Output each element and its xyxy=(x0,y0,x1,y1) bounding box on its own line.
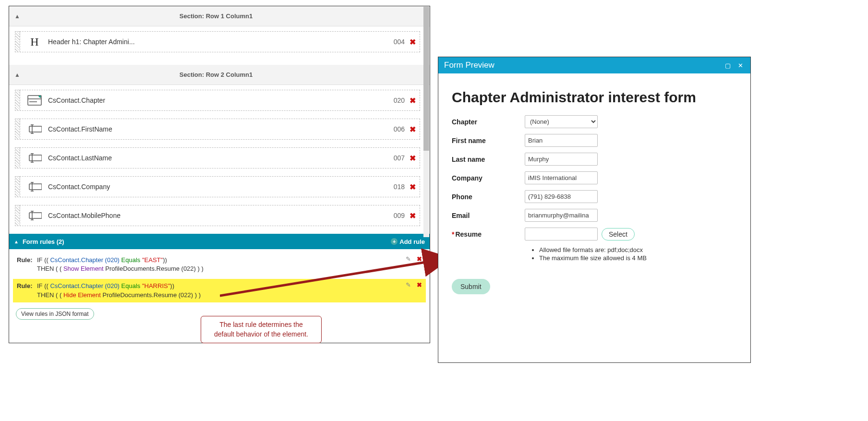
edit-rule-icon[interactable]: ✎ xyxy=(406,255,411,264)
designer-item[interactable]: CsContact.Chapter020✖ xyxy=(15,90,420,111)
email-field[interactable] xyxy=(525,209,598,222)
drag-handle-icon[interactable] xyxy=(15,90,20,111)
last-name-row: Last name xyxy=(452,153,737,166)
last-name-field[interactable] xyxy=(525,153,598,166)
text-input-icon xyxy=(27,153,42,163)
delete-icon[interactable]: ✖ xyxy=(410,37,416,47)
add-rule-button[interactable]: + Add rule xyxy=(391,238,425,245)
rules-body: Rule:IF (( CsContact.Chapter (020) Equal… xyxy=(9,249,430,325)
first-name-label: First name xyxy=(452,137,525,144)
rules-header-label: Form rules (2) xyxy=(23,238,64,245)
section-header-1[interactable]: ▲ Section: Row 1 Column1 xyxy=(9,6,430,26)
file-hint-size: The maximum file size allowed is 4 MB xyxy=(539,254,737,262)
delete-icon[interactable]: ✖ xyxy=(410,154,416,163)
edit-rule-icon[interactable]: ✎ xyxy=(406,281,411,289)
designer-item[interactable]: CsContact.MobilePhone009✖ xyxy=(15,205,420,226)
close-icon[interactable]: ✕ xyxy=(736,62,745,69)
item-number: 009 xyxy=(394,212,405,219)
drag-handle-icon[interactable] xyxy=(15,176,20,197)
rule-prefix: Rule: xyxy=(17,256,37,265)
last-name-label: Last name xyxy=(452,156,525,163)
company-label: Company xyxy=(452,174,525,182)
form-rule: Rule:IF (( CsContact.Chapter (020) Equal… xyxy=(13,253,426,276)
item-number: 006 xyxy=(394,125,405,133)
submit-button[interactable]: Submit xyxy=(452,279,490,294)
rule-expression: IF (( CsContact.Chapter (020) Equals "EA… xyxy=(37,256,204,273)
company-row: Company xyxy=(452,171,737,184)
delete-rule-icon[interactable]: ✖ xyxy=(417,281,422,289)
item-number: 007 xyxy=(394,154,405,162)
resume-file-field[interactable] xyxy=(525,228,598,241)
drag-handle-icon[interactable] xyxy=(15,205,20,226)
designer-item[interactable]: HHeader h1: Chapter Admini...004✖ xyxy=(15,31,420,52)
svg-point-3 xyxy=(39,96,41,97)
form-rule: Rule:IF (( CsContact.Chapter (020) Equal… xyxy=(13,279,426,302)
delete-rule-icon[interactable]: ✖ xyxy=(417,255,422,264)
designer-item[interactable]: CsContact.FirstName006✖ xyxy=(15,119,420,140)
plus-icon: + xyxy=(391,238,398,245)
add-rule-label: Add rule xyxy=(399,238,425,245)
drag-handle-icon[interactable] xyxy=(15,31,20,52)
item-label: Header h1: Chapter Admini... xyxy=(48,38,394,46)
designer-item[interactable]: CsContact.LastName007✖ xyxy=(15,147,420,168)
form-preview-body: Chapter Administrator interest form Chap… xyxy=(438,73,750,309)
drag-handle-icon[interactable] xyxy=(15,119,20,140)
rule-prefix: Rule: xyxy=(17,282,37,290)
designer-item[interactable]: CsContact.Company018✖ xyxy=(15,176,420,197)
callout-line-1: The last rule determines the xyxy=(206,320,316,330)
email-label: Email xyxy=(452,212,525,219)
section-1-items: HHeader h1: Chapter Admini...004✖ xyxy=(9,26,430,65)
form-heading: Chapter Administrator interest form xyxy=(452,88,737,107)
item-number: 020 xyxy=(394,96,405,104)
svg-rect-16 xyxy=(29,213,42,218)
select-file-button[interactable]: Select xyxy=(602,228,635,241)
delete-icon[interactable]: ✖ xyxy=(410,125,416,134)
delete-icon[interactable]: ✖ xyxy=(410,182,416,192)
svg-rect-8 xyxy=(29,155,42,161)
form-rules-header[interactable]: ▲ Form rules (2) + Add rule xyxy=(9,234,430,249)
text-input-icon xyxy=(27,182,42,192)
form-preview-titlebar: Form Preview ▢ ✕ xyxy=(438,57,750,73)
svg-rect-12 xyxy=(29,184,42,190)
window-title: Form Preview xyxy=(444,60,494,70)
phone-field[interactable] xyxy=(525,190,598,203)
text-input-icon xyxy=(27,211,42,220)
file-hint-formats: Allowed file formats are: pdf;doc;docx xyxy=(539,246,737,253)
section-header-2[interactable]: ▲ Section: Row 2 Column1 xyxy=(9,65,430,85)
first-name-row: First name xyxy=(452,134,737,147)
svg-rect-4 xyxy=(29,126,42,132)
callout-line-2: default behavior of the element. xyxy=(206,330,316,339)
chapter-row: Chapter (None) xyxy=(452,115,737,128)
section-title-2: Section: Row 2 Column1 xyxy=(9,71,423,78)
section-2-items: CsContact.Chapter020✖CsContact.FirstName… xyxy=(9,85,430,226)
delete-icon[interactable]: ✖ xyxy=(410,211,416,220)
email-row: Email xyxy=(452,209,737,222)
section-title-1: Section: Row 1 Column1 xyxy=(9,12,423,20)
form-preview-window: Form Preview ▢ ✕ Chapter Administrator i… xyxy=(438,57,751,363)
item-label: CsContact.MobilePhone xyxy=(48,212,394,219)
resume-label: *Resume xyxy=(452,230,525,238)
maximize-icon[interactable]: ▢ xyxy=(723,62,732,69)
item-number: 004 xyxy=(394,38,405,46)
first-name-field[interactable] xyxy=(525,134,598,147)
file-hints: Allowed file formats are: pdf;doc;docx T… xyxy=(532,246,737,262)
chapter-select[interactable]: (None) xyxy=(525,115,598,128)
item-label: CsContact.LastName xyxy=(48,154,394,162)
collapse-icon[interactable]: ▲ xyxy=(14,239,19,244)
delete-icon[interactable]: ✖ xyxy=(410,96,416,105)
item-label: CsContact.Chapter xyxy=(48,96,394,104)
phone-label: Phone xyxy=(452,193,525,201)
item-label: CsContact.Company xyxy=(48,183,394,191)
resume-row: *Resume Select xyxy=(452,228,737,241)
chapter-label: Chapter xyxy=(452,118,525,126)
company-field[interactable] xyxy=(525,171,598,184)
phone-row: Phone xyxy=(452,190,737,203)
scrollbar[interactable] xyxy=(423,7,429,237)
text-input-icon xyxy=(27,124,42,134)
drag-handle-icon[interactable] xyxy=(15,147,20,168)
item-number: 018 xyxy=(394,183,405,191)
view-rules-json-button[interactable]: View rules in JSON format xyxy=(16,308,94,320)
rule-expression: IF (( CsContact.Chapter (020) Equals "HA… xyxy=(37,282,201,299)
form-designer-panel: ▲ Section: Row 1 Column1 HHeader h1: Cha… xyxy=(9,6,430,343)
scrollbar-thumb[interactable] xyxy=(423,7,429,151)
